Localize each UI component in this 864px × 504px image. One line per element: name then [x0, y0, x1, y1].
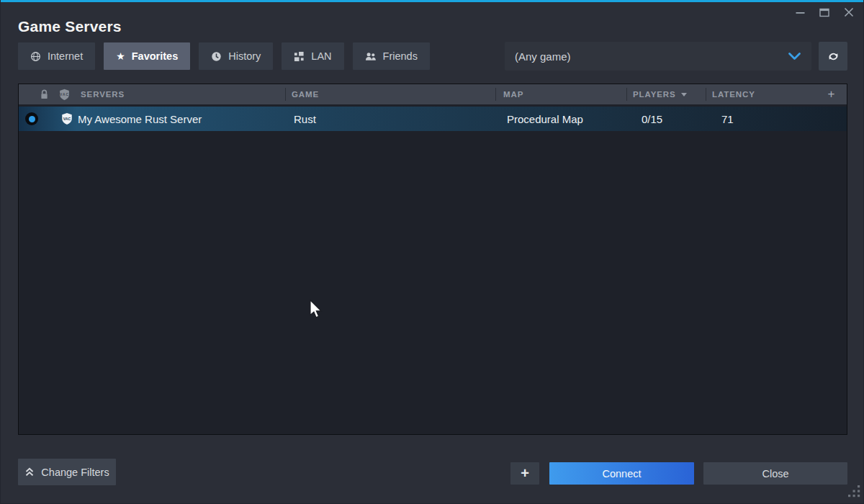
server-name-cell: My Awesome Rust Server	[78, 107, 202, 131]
change-filters-label: Change Filters	[41, 467, 109, 478]
game-filter-dropdown[interactable]: (Any game)	[505, 42, 811, 71]
minimize-button[interactable]	[791, 4, 809, 20]
tab-lan[interactable]: LAN	[282, 42, 343, 70]
resize-grip[interactable]	[848, 485, 860, 500]
tab-history[interactable]: History	[199, 42, 273, 70]
selected-dot-icon	[29, 116, 35, 122]
window-accent-border	[1, 0, 863, 2]
maximize-button[interactable]	[816, 4, 833, 20]
column-vac[interactable]: VAC	[58, 84, 71, 104]
server-list-header: VAC SERVERS GAME MAP PLAYERS LATE	[19, 84, 847, 104]
page-title: Game Servers	[18, 18, 122, 35]
lan-icon	[294, 51, 305, 62]
column-map[interactable]: MAP	[503, 84, 523, 104]
tab-label: Favorites	[132, 50, 178, 62]
change-filters-button[interactable]: Change Filters	[18, 459, 116, 485]
column-divider	[495, 88, 496, 101]
refresh-button[interactable]	[819, 42, 847, 71]
row-vac-icon-cell: VAC	[60, 107, 73, 131]
column-servers[interactable]: SERVERS	[81, 84, 125, 104]
column-players[interactable]: PLAYERS	[633, 84, 687, 104]
column-game[interactable]: GAME	[292, 84, 319, 104]
refresh-icon	[827, 51, 840, 62]
column-divider	[626, 88, 627, 101]
globe-icon	[30, 51, 41, 62]
tab-favorites[interactable]: ★ Favorites	[104, 42, 190, 70]
server-row[interactable]: VAC My Awesome Rust Server Rust Procedur…	[19, 107, 847, 131]
clock-icon	[211, 51, 222, 62]
server-game-cell: Rust	[294, 107, 316, 131]
tab-internet[interactable]: Internet	[18, 42, 95, 70]
vac-shield-icon: VAC	[60, 112, 73, 125]
tab-label: LAN	[311, 50, 331, 62]
server-source-tabs: Internet ★ Favorites History	[18, 42, 430, 70]
lock-icon	[39, 89, 50, 100]
chevron-down-icon	[788, 51, 801, 61]
game-servers-window: Game Servers Internet ★ Favorites	[0, 0, 864, 504]
column-label: SERVERS	[81, 90, 125, 99]
svg-text:VAC: VAC	[60, 92, 69, 96]
vac-shield-icon: VAC	[58, 89, 71, 101]
window-controls	[791, 4, 858, 20]
minimize-icon	[796, 8, 805, 17]
server-latency-cell: 71	[721, 107, 734, 131]
column-label: PLAYERS	[633, 90, 676, 99]
close-window-button[interactable]	[840, 4, 858, 20]
column-divider	[706, 88, 706, 101]
tab-friends[interactable]: Friends	[353, 42, 430, 70]
star-icon: ★	[116, 51, 125, 61]
double-chevron-up-icon	[24, 467, 35, 477]
close-button[interactable]: Close	[703, 462, 847, 485]
tab-label: History	[228, 50, 261, 62]
game-filter-value: (Any game)	[515, 50, 788, 63]
column-divider	[285, 88, 286, 101]
maximize-icon	[819, 8, 829, 17]
svg-text:VAC: VAC	[63, 117, 71, 121]
sort-descending-icon	[681, 93, 687, 96]
close-icon	[844, 7, 854, 17]
column-label: GAME	[292, 90, 319, 99]
tab-label: Friends	[383, 50, 418, 62]
selected-server-indicator	[25, 112, 38, 125]
column-label: MAP	[503, 90, 523, 99]
connect-button[interactable]: Connect	[549, 462, 694, 485]
add-column-button[interactable]: +	[824, 84, 840, 104]
add-server-button[interactable]: +	[510, 462, 539, 485]
column-latency[interactable]: LATENCY	[712, 84, 755, 104]
friends-icon	[365, 51, 377, 62]
column-label: LATENCY	[712, 90, 755, 99]
server-list: VAC SERVERS GAME MAP PLAYERS LATE	[18, 84, 847, 435]
column-password[interactable]	[39, 84, 50, 104]
server-players-cell: 0/15	[642, 107, 662, 131]
server-map-cell: Procedural Map	[507, 107, 583, 131]
tab-label: Internet	[48, 50, 83, 62]
